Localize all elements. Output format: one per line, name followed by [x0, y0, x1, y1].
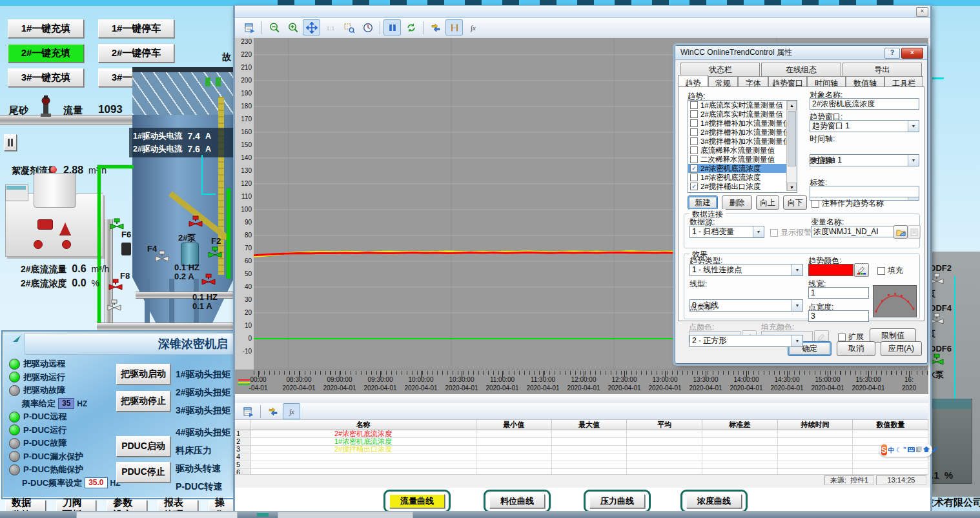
- one-key-button[interactable]: 1#一键停车: [98, 19, 174, 38]
- checkbox-icon[interactable]: ✓: [690, 164, 698, 172]
- chevron-down-icon[interactable]: ▼: [753, 226, 764, 237]
- checkbox-icon[interactable]: [690, 119, 698, 127]
- stats-column-header[interactable]: 标准差: [702, 420, 778, 430]
- valve-f4-icon[interactable]: [155, 250, 169, 266]
- ruler-icon[interactable]: [445, 19, 463, 35]
- one-key-button[interactable]: 2#一键充填: [8, 44, 84, 63]
- browse-variable-button[interactable]: [893, 225, 908, 239]
- skin-icon[interactable]: [923, 446, 930, 453]
- curve-button[interactable]: 压力曲线: [589, 494, 645, 508]
- chevron-down-icon[interactable]: ▼: [791, 264, 802, 275]
- stats-column-header[interactable]: 最小值: [476, 420, 552, 430]
- clipboard-icon[interactable]: [916, 446, 922, 453]
- checkbox-icon[interactable]: [812, 200, 819, 208]
- trend-window-close-icon[interactable]: ×: [916, 7, 928, 17]
- chevron-down-icon[interactable]: ▼: [791, 300, 802, 311]
- ime-bar[interactable]: S 中 ☾ ”: [879, 443, 932, 457]
- list-button-0[interactable]: 新建: [688, 195, 718, 210]
- panel-action-button[interactable]: PDUC启动: [116, 436, 170, 457]
- trend-list-item[interactable]: 1#搅拌槽补加水流量测量值: [688, 119, 797, 128]
- checkbox-icon[interactable]: [690, 174, 698, 181]
- data-connect-icon[interactable]: [427, 19, 444, 35]
- stats-column-header[interactable]: 持续时间: [778, 420, 853, 430]
- panel-action-button[interactable]: 把驱动停止: [116, 391, 170, 412]
- table-row[interactable]: 3 2#搅拌桶出口浓度: [235, 446, 928, 453]
- chevron-down-icon[interactable]: ▼: [908, 121, 919, 132]
- scrollbar-thumb[interactable]: [788, 111, 796, 166]
- show-alarm-checkbox-row[interactable]: 显示报警: [768, 227, 812, 238]
- red-valve-icon[interactable]: [189, 215, 203, 231]
- footer-button[interactable]: 应用(A): [881, 341, 922, 356]
- chinese-mode-icon[interactable]: 中: [888, 446, 895, 455]
- dialog-tab-2[interactable]: 导出: [842, 63, 922, 77]
- taskbar-item[interactable]: [278, 512, 413, 518]
- color-picker-button[interactable]: [854, 263, 869, 277]
- frequency-value[interactable]: 35: [58, 398, 74, 409]
- comment-checkbox-row[interactable]: 注释作为趋势名称: [810, 198, 884, 209]
- trend-list-item[interactable]: 底流稀释水流量测量值: [688, 146, 797, 155]
- red-valve-icon[interactable]: [201, 274, 216, 289]
- time-range-icon[interactable]: [359, 19, 376, 35]
- trend-list-item[interactable]: 1#底流泵实时流量测量值: [688, 101, 797, 110]
- stats-column-header[interactable]: 名称: [250, 420, 476, 430]
- zoom-out-icon[interactable]: [265, 19, 283, 35]
- side-tool-button[interactable]: [4, 134, 17, 151]
- one-key-button[interactable]: 3#一键充填: [8, 68, 84, 87]
- footer-button[interactable]: 取消: [837, 341, 875, 356]
- pause-icon[interactable]: [383, 19, 401, 35]
- checkbox-icon[interactable]: [690, 101, 698, 109]
- manual-valve-icon[interactable]: [107, 299, 121, 315]
- stats-column-header[interactable]: 平均: [627, 420, 702, 430]
- list-button-2[interactable]: 向上: [756, 195, 780, 210]
- fill-checkbox-row[interactable]: 填充: [875, 265, 903, 276]
- trend-type-select[interactable]: 1 - 线性连接点▼: [689, 264, 803, 276]
- table-row[interactable]: 5: [235, 461, 928, 469]
- chevron-down-icon[interactable]: ▼: [908, 155, 919, 166]
- taskbar-item[interactable]: [76, 512, 238, 518]
- sogou-logo-icon[interactable]: S: [881, 444, 887, 455]
- right-valve-icon[interactable]: [930, 273, 975, 288]
- taskbar-item[interactable]: [257, 513, 269, 517]
- zoom-area-icon[interactable]: [340, 19, 358, 35]
- checkbox-icon[interactable]: [690, 137, 698, 145]
- statistics-icon[interactable]: ∫x: [283, 403, 300, 419]
- statistics-icon[interactable]: ∫x: [464, 19, 482, 35]
- dialog-titlebar[interactable]: WinCC OnlineTrendControl 属性 ? ×: [675, 46, 927, 60]
- stats-column-header[interactable]: 最大值: [552, 420, 628, 430]
- chevron-down-icon[interactable]: ▼: [791, 335, 802, 346]
- trend-list-item[interactable]: 2#搅拌槽补加水流量测量值: [688, 128, 797, 137]
- toolbox-icon[interactable]: [931, 446, 937, 453]
- trend-list-item[interactable]: 二次稀释水流量测量值: [688, 155, 797, 164]
- zoom-in-icon[interactable]: [284, 19, 301, 35]
- trend-list[interactable]: 1#底流泵实时流量测量值 2#底流泵实时流量测量值 1#搅拌槽补加水流量测量值 …: [688, 100, 797, 193]
- checkbox-icon[interactable]: [877, 267, 885, 275]
- data-source-select[interactable]: 1 - 归档变量▼: [689, 226, 764, 238]
- tag-input[interactable]: [810, 186, 919, 197]
- trend-window-select[interactable]: 趋势窗口 1▼: [810, 120, 919, 132]
- limit-value-button[interactable]: 限制值: [870, 328, 916, 343]
- checkbox-icon[interactable]: [770, 229, 778, 237]
- trend-list-item[interactable]: ✓ 2#浓密机底流浓度: [688, 164, 797, 173]
- table-row[interactable]: 4: [235, 453, 928, 461]
- one-key-button[interactable]: 2#一键停车: [98, 44, 174, 63]
- trend-list-item[interactable]: ✓ 2#搅拌桶出口浓度: [688, 182, 797, 191]
- checkbox-icon[interactable]: ✓: [690, 183, 698, 190]
- trend-list-item[interactable]: 3#搅拌槽补加水流量测量值: [688, 137, 797, 146]
- dialog-tab-1[interactable]: 在线组态: [761, 63, 841, 77]
- variable-name-input[interactable]: 浓度\NMJ1_ND_AI: [811, 226, 895, 237]
- point-width-input[interactable]: 3: [808, 310, 869, 322]
- checkbox-icon[interactable]: [690, 146, 698, 154]
- trend-list-item[interactable]: 2#底流泵实时流量测量值: [688, 110, 797, 119]
- punctuation-icon[interactable]: ”: [903, 446, 906, 453]
- scroll-down-icon[interactable]: ▼: [787, 183, 797, 191]
- checkbox-icon[interactable]: [690, 128, 698, 136]
- table-row[interactable]: 2 1#浓密机底流浓度: [235, 438, 928, 446]
- dialog-help-icon[interactable]: ?: [884, 48, 900, 59]
- panel-action-button[interactable]: 把驱动启动: [116, 364, 170, 384]
- taskbar[interactable]: [0, 511, 980, 518]
- checkbox-icon[interactable]: [838, 334, 846, 341]
- object-name-input[interactable]: 2#浓密机底流浓度: [810, 98, 919, 110]
- point-type-select[interactable]: 2 - 正方形▼: [689, 335, 803, 347]
- trend-color-swatch[interactable]: [808, 264, 853, 276]
- checkbox-icon[interactable]: [690, 155, 698, 163]
